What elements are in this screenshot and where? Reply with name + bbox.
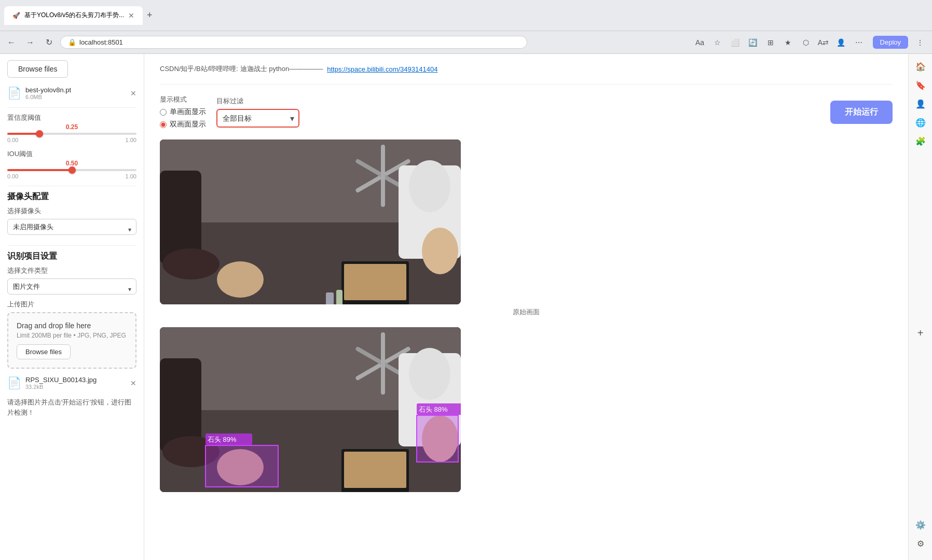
detected-image-panel: 石头 89% 石头 88% (160, 327, 461, 492)
iou-max: 1.00 (126, 173, 136, 179)
active-tab[interactable]: 🚀 基于YOLOv8/v5的石头剪刀布手势... ✕ (4, 6, 143, 25)
original-image-section: 原始画面 (160, 139, 893, 317)
svg-rect-14 (427, 241, 456, 261)
filter-label: 目标过滤 (216, 96, 299, 106)
tab-title: 基于YOLOv8/v5的石头剪刀布手势... (24, 11, 124, 20)
right-person-icon[interactable]: 👤 (912, 95, 929, 112)
svg-rect-40 (417, 415, 458, 462)
uploaded-file-item: 📄 RPS_SIXU_B00143.jpg 33.2kB ✕ (7, 374, 136, 392)
reader-mode-button[interactable]: Aa (692, 35, 708, 50)
translate-button[interactable]: A⇄ (816, 35, 831, 50)
confidence-label: 置信度阈值 (7, 113, 136, 122)
split-view-button[interactable]: ⊞ (763, 35, 778, 50)
confidence-value: 0.25 (7, 123, 136, 131)
svg-rect-18 (326, 292, 334, 304)
detected-image-container: 石头 89% 石头 88% (160, 327, 461, 492)
upload-limit-text: Limit 200MB per file • JPG, PNG, JPEG (17, 332, 127, 339)
dual-screen-label: 双画面显示 (170, 120, 206, 129)
more-button[interactable]: ⋯ (851, 35, 867, 50)
svg-text:石头  88%: 石头 88% (419, 405, 448, 413)
star-button[interactable]: ☆ (710, 35, 725, 50)
display-mode-label: 显示模式 (160, 95, 206, 104)
svg-point-29 (409, 348, 450, 400)
svg-text:石头  89%: 石头 89% (208, 436, 237, 443)
info-bar-link[interactable]: https://space.bilibili.com/3493141404 (327, 65, 437, 73)
address-bar[interactable]: 🔒 localhost:8501 (60, 36, 527, 49)
more-options-button[interactable]: ⋮ (912, 35, 928, 50)
left-sidebar: Browse files 📄 best-yolov8n.pt 6.0MB ✕ 置… (0, 54, 144, 560)
camera-section-title: 摄像头配置 (7, 191, 49, 202)
single-screen-radio-label[interactable]: 单画面显示 (160, 107, 206, 117)
camera-label: 选择摄像头 (7, 206, 136, 216)
refresh-button[interactable]: 🔄 (745, 35, 761, 50)
uploaded-file-remove-button[interactable]: ✕ (130, 379, 136, 387)
browser-tab-bar: 🚀 基于YOLOv8/v5的石头剪刀布手势... ✕ + (0, 0, 932, 31)
uploaded-file-name: RPS_SIXU_B00143.jpg (25, 376, 126, 384)
filter-select[interactable]: 全部目标 (216, 109, 299, 128)
reload-button[interactable]: ↻ (42, 35, 56, 50)
model-file-name: best-yolov8n.pt (25, 86, 126, 94)
recognition-section-title: 识别项目设置 (7, 251, 136, 262)
upload-drop-zone[interactable]: Drag and drop file here Limit 200MB per … (7, 312, 136, 369)
camera-select[interactable]: 未启用摄像头 (7, 219, 136, 235)
svg-rect-25 (381, 332, 385, 395)
original-image-container (160, 139, 461, 304)
svg-rect-12 (227, 272, 253, 285)
url-text: localhost:8501 (79, 38, 519, 46)
iou-min: 0.00 (7, 173, 18, 179)
svg-rect-37 (205, 445, 278, 487)
svg-rect-5 (381, 145, 385, 207)
right-settings2-icon[interactable]: ⚙ (912, 535, 929, 552)
browse-files-button[interactable]: Browse files (17, 344, 71, 359)
upload-label: 上传图片 (7, 300, 136, 309)
original-image-panel (160, 139, 461, 304)
display-mode-group: 单画面显示 双画面显示 (160, 107, 206, 129)
favorites-button[interactable]: ★ (780, 35, 796, 50)
right-plus-icon[interactable]: + (912, 325, 929, 341)
file-type-select[interactable]: 图片文件 (7, 278, 136, 295)
deploy-button[interactable]: Deploy (873, 36, 908, 49)
dual-screen-radio-label[interactable]: 双画面显示 (160, 120, 206, 129)
right-home-icon[interactable]: 🏠 (912, 58, 929, 75)
uploaded-file-size: 33.2kB (25, 384, 126, 390)
right-settings-icon[interactable]: ⚙️ (912, 516, 929, 533)
file-icon: 📄 (7, 87, 21, 100)
svg-rect-35 (344, 452, 406, 488)
detected-image-section: 石头 89% 石头 88% (160, 327, 893, 492)
original-scene-svg (160, 139, 461, 304)
run-button[interactable]: 开始运行 (830, 101, 893, 124)
right-sidebar: 🏠 🔖 👤 🌐 🧩 + ⚙️ ⚙ (908, 54, 932, 560)
main-content: CSDN/知乎/B站/哔哩哔哩: 迪迦战士 python————— https:… (144, 54, 908, 560)
right-globe-icon[interactable]: 🌐 (912, 114, 929, 131)
collections-button[interactable]: ⬡ (798, 35, 814, 50)
tab-close-button[interactable]: ✕ (128, 11, 134, 20)
iou-label: IOU阈值 (7, 149, 136, 159)
uploaded-file-icon: 📄 (7, 376, 21, 390)
tab-favicon: 🚀 (12, 12, 20, 19)
svg-point-8 (162, 248, 220, 279)
drag-drop-text: Drag and drop file here (17, 321, 127, 330)
svg-point-10 (409, 160, 450, 212)
browse-files-top-button[interactable]: Browse files (7, 60, 68, 78)
forward-button[interactable]: → (23, 35, 37, 50)
model-file-remove-button[interactable]: ✕ (130, 89, 136, 97)
filter-wrapper: 全部目标 ▾ (216, 109, 299, 128)
svg-rect-16 (344, 264, 406, 300)
dual-screen-radio[interactable] (160, 121, 167, 128)
original-caption: 原始画面 (160, 307, 893, 317)
profile-button[interactable]: 👤 (833, 35, 849, 50)
iou-value: 0.50 (7, 160, 136, 167)
model-file-item: 📄 best-yolov8n.pt 6.0MB ✕ (7, 84, 136, 102)
browser-address-bar-row: ← → ↻ 🔒 localhost:8501 Aa ☆ ⬜ 🔄 ⊞ ★ ⬡ A⇄… (0, 31, 932, 54)
sidebar-button[interactable]: ⬜ (728, 35, 743, 50)
svg-rect-19 (336, 290, 342, 304)
back-button[interactable]: ← (4, 35, 19, 50)
right-bookmark-icon[interactable]: 🔖 (912, 77, 929, 93)
model-file-size: 6.0MB (25, 94, 126, 100)
single-screen-radio[interactable] (160, 109, 167, 116)
new-tab-button[interactable]: + (143, 8, 157, 23)
info-bar-text: CSDN/知乎/B站/哔哩哔哩: 迪迦战士 python————— (160, 64, 323, 74)
detected-scene-svg: 石头 89% 石头 88% (160, 327, 461, 492)
right-extension-icon[interactable]: 🧩 (912, 133, 929, 149)
confidence-min: 0.00 (7, 137, 18, 143)
